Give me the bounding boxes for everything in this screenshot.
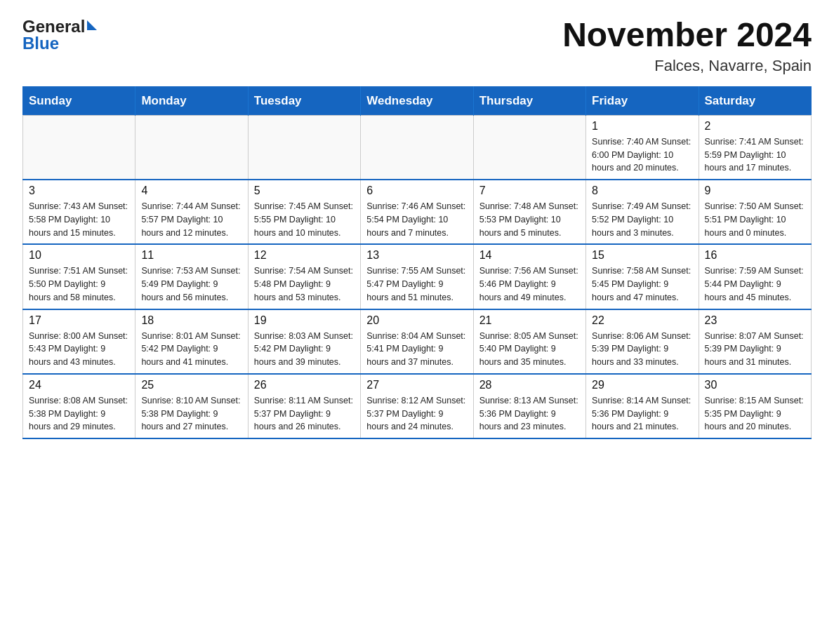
- day-number: 27: [366, 379, 467, 391]
- day-info: Sunrise: 8:05 AM Sunset: 5:40 PM Dayligh…: [479, 330, 580, 369]
- calendar-cell: 29Sunrise: 8:14 AM Sunset: 5:36 PM Dayli…: [586, 374, 699, 438]
- day-number: 11: [141, 249, 241, 262]
- day-info: Sunrise: 8:10 AM Sunset: 5:38 PM Dayligh…: [141, 394, 241, 434]
- day-number: 15: [592, 249, 692, 262]
- calendar-cell: [23, 115, 135, 180]
- calendar-subtitle: Falces, Navarre, Spain: [562, 57, 812, 75]
- calendar-cell: 26Sunrise: 8:11 AM Sunset: 5:37 PM Dayli…: [248, 374, 360, 438]
- logo-arrow-icon: [87, 20, 97, 30]
- day-info: Sunrise: 7:59 AM Sunset: 5:44 PM Dayligh…: [705, 264, 805, 304]
- day-number: 17: [29, 314, 129, 327]
- day-header-saturday: Saturday: [699, 86, 811, 115]
- day-info: Sunrise: 8:03 AM Sunset: 5:42 PM Dayligh…: [254, 330, 355, 369]
- day-number: 10: [29, 249, 129, 262]
- day-number: 13: [366, 249, 467, 262]
- day-number: 21: [479, 314, 580, 327]
- calendar-cell: 9Sunrise: 7:50 AM Sunset: 5:51 PM Daylig…: [699, 180, 811, 244]
- day-number: 5: [254, 185, 355, 197]
- day-info: Sunrise: 8:11 AM Sunset: 5:37 PM Dayligh…: [254, 394, 355, 434]
- day-info: Sunrise: 8:13 AM Sunset: 5:36 PM Dayligh…: [479, 394, 580, 434]
- day-header-tuesday: Tuesday: [248, 86, 360, 115]
- day-number: 24: [29, 379, 129, 391]
- calendar-body: 1Sunrise: 7:40 AM Sunset: 6:00 PM Daylig…: [23, 115, 812, 438]
- calendar-cell: 21Sunrise: 8:05 AM Sunset: 5:40 PM Dayli…: [473, 309, 585, 374]
- day-info: Sunrise: 7:45 AM Sunset: 5:55 PM Dayligh…: [254, 200, 355, 239]
- calendar-cell: [135, 115, 248, 180]
- day-info: Sunrise: 7:55 AM Sunset: 5:47 PM Dayligh…: [366, 264, 467, 304]
- day-number: 19: [254, 314, 355, 327]
- day-number: 18: [141, 314, 241, 327]
- day-info: Sunrise: 7:49 AM Sunset: 5:52 PM Dayligh…: [592, 200, 692, 239]
- calendar-cell: 10Sunrise: 7:51 AM Sunset: 5:50 PM Dayli…: [23, 244, 135, 309]
- day-info: Sunrise: 7:58 AM Sunset: 5:45 PM Dayligh…: [592, 264, 692, 304]
- day-info: Sunrise: 7:40 AM Sunset: 6:00 PM Dayligh…: [592, 135, 692, 175]
- day-number: 29: [592, 379, 692, 391]
- calendar-cell: 28Sunrise: 8:13 AM Sunset: 5:36 PM Dayli…: [473, 374, 585, 438]
- calendar-cell: 23Sunrise: 8:07 AM Sunset: 5:39 PM Dayli…: [699, 309, 811, 374]
- calendar-week-2: 3Sunrise: 7:43 AM Sunset: 5:58 PM Daylig…: [23, 180, 812, 244]
- day-number: 28: [479, 379, 580, 391]
- day-info: Sunrise: 8:01 AM Sunset: 5:42 PM Dayligh…: [141, 330, 241, 369]
- day-header-sunday: Sunday: [23, 86, 135, 115]
- calendar-cell: 25Sunrise: 8:10 AM Sunset: 5:38 PM Dayli…: [135, 374, 248, 438]
- title-block: November 2024 Falces, Navarre, Spain: [562, 17, 812, 75]
- day-info: Sunrise: 8:15 AM Sunset: 5:35 PM Dayligh…: [705, 394, 805, 434]
- day-info: Sunrise: 8:00 AM Sunset: 5:43 PM Dayligh…: [29, 330, 129, 369]
- day-info: Sunrise: 7:44 AM Sunset: 5:57 PM Dayligh…: [141, 200, 241, 239]
- calendar-cell: 7Sunrise: 7:48 AM Sunset: 5:53 PM Daylig…: [473, 180, 585, 244]
- day-info: Sunrise: 8:14 AM Sunset: 5:36 PM Dayligh…: [592, 394, 692, 434]
- day-header-wednesday: Wednesday: [361, 86, 473, 115]
- calendar-cell: 11Sunrise: 7:53 AM Sunset: 5:49 PM Dayli…: [135, 244, 248, 309]
- logo: General Blue: [22, 17, 97, 53]
- day-info: Sunrise: 7:48 AM Sunset: 5:53 PM Dayligh…: [479, 200, 580, 239]
- calendar-cell: 2Sunrise: 7:41 AM Sunset: 5:59 PM Daylig…: [699, 115, 811, 180]
- day-info: Sunrise: 8:06 AM Sunset: 5:39 PM Dayligh…: [592, 330, 692, 369]
- calendar-cell: 17Sunrise: 8:00 AM Sunset: 5:43 PM Dayli…: [23, 309, 135, 374]
- day-number: 6: [366, 185, 467, 197]
- day-info: Sunrise: 8:12 AM Sunset: 5:37 PM Dayligh…: [366, 394, 467, 434]
- calendar-cell: [361, 115, 473, 180]
- calendar-cell: 30Sunrise: 8:15 AM Sunset: 5:35 PM Dayli…: [699, 374, 811, 438]
- day-number: 26: [254, 379, 355, 391]
- calendar-cell: 15Sunrise: 7:58 AM Sunset: 5:45 PM Dayli…: [586, 244, 699, 309]
- day-number: 9: [705, 185, 805, 197]
- day-header-friday: Friday: [586, 86, 699, 115]
- calendar-cell: 22Sunrise: 8:06 AM Sunset: 5:39 PM Dayli…: [586, 309, 699, 374]
- calendar-cell: 20Sunrise: 8:04 AM Sunset: 5:41 PM Dayli…: [361, 309, 473, 374]
- day-number: 16: [705, 249, 805, 262]
- calendar-header: SundayMondayTuesdayWednesdayThursdayFrid…: [23, 86, 812, 115]
- day-number: 12: [254, 249, 355, 262]
- page-header: General Blue November 2024 Falces, Navar…: [22, 17, 812, 75]
- day-number: 4: [141, 185, 241, 197]
- calendar-cell: 24Sunrise: 8:08 AM Sunset: 5:38 PM Dayli…: [23, 374, 135, 438]
- day-info: Sunrise: 7:46 AM Sunset: 5:54 PM Dayligh…: [366, 200, 467, 239]
- day-info: Sunrise: 8:04 AM Sunset: 5:41 PM Dayligh…: [366, 330, 467, 369]
- calendar-cell: 4Sunrise: 7:44 AM Sunset: 5:57 PM Daylig…: [135, 180, 248, 244]
- day-info: Sunrise: 7:41 AM Sunset: 5:59 PM Dayligh…: [705, 135, 805, 175]
- day-info: Sunrise: 7:54 AM Sunset: 5:48 PM Dayligh…: [254, 264, 355, 304]
- days-of-week-row: SundayMondayTuesdayWednesdayThursdayFrid…: [23, 86, 812, 115]
- calendar-cell: [473, 115, 585, 180]
- day-number: 14: [479, 249, 580, 262]
- day-info: Sunrise: 8:08 AM Sunset: 5:38 PM Dayligh…: [29, 394, 129, 434]
- day-number: 20: [366, 314, 467, 327]
- day-info: Sunrise: 7:56 AM Sunset: 5:46 PM Dayligh…: [479, 264, 580, 304]
- day-number: 30: [705, 379, 805, 391]
- day-info: Sunrise: 8:07 AM Sunset: 5:39 PM Dayligh…: [705, 330, 805, 369]
- calendar-cell: 27Sunrise: 8:12 AM Sunset: 5:37 PM Dayli…: [361, 374, 473, 438]
- calendar-cell: [248, 115, 360, 180]
- day-number: 1: [592, 120, 692, 133]
- logo-blue-text: Blue: [22, 34, 59, 53]
- calendar-week-3: 10Sunrise: 7:51 AM Sunset: 5:50 PM Dayli…: [23, 244, 812, 309]
- calendar-title: November 2024: [562, 17, 812, 54]
- calendar-cell: 13Sunrise: 7:55 AM Sunset: 5:47 PM Dayli…: [361, 244, 473, 309]
- calendar-week-5: 24Sunrise: 8:08 AM Sunset: 5:38 PM Dayli…: [23, 374, 812, 438]
- day-info: Sunrise: 7:53 AM Sunset: 5:49 PM Dayligh…: [141, 264, 241, 304]
- calendar-cell: 6Sunrise: 7:46 AM Sunset: 5:54 PM Daylig…: [361, 180, 473, 244]
- day-number: 7: [479, 185, 580, 197]
- calendar-cell: 16Sunrise: 7:59 AM Sunset: 5:44 PM Dayli…: [699, 244, 811, 309]
- calendar-cell: 8Sunrise: 7:49 AM Sunset: 5:52 PM Daylig…: [586, 180, 699, 244]
- day-number: 2: [705, 120, 805, 133]
- calendar-week-4: 17Sunrise: 8:00 AM Sunset: 5:43 PM Dayli…: [23, 309, 812, 374]
- day-number: 22: [592, 314, 692, 327]
